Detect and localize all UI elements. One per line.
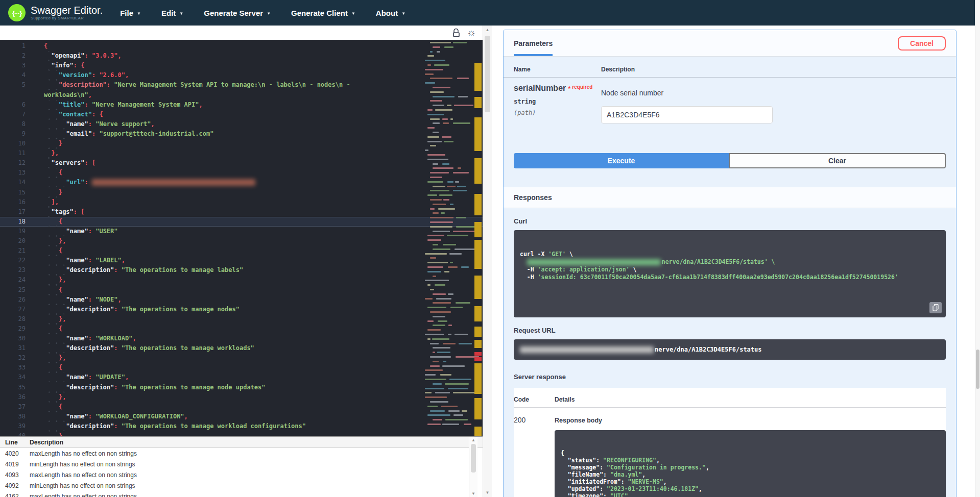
editor-line[interactable]: 1{ <box>0 41 483 51</box>
parameter-meta: serialNumber*required string (path) <box>514 84 601 123</box>
editor-line[interactable]: 17"tags": [ <box>0 207 483 217</box>
editor-line[interactable]: 6"title": "Nerve Management System API", <box>0 100 483 110</box>
editor-line[interactable]: 26"name": "NODE", <box>0 295 483 305</box>
editor-line[interactable]: 12"servers": [ <box>0 158 483 168</box>
swagger-editor-app: {···} Swagger Editor. Supported by SMART… <box>0 0 980 497</box>
editor-line[interactable]: 9"email": "support@tttech-industrial.com… <box>0 129 483 139</box>
editor-line[interactable]: 20}, <box>0 236 483 246</box>
page-scrollbar[interactable] <box>975 0 980 497</box>
editor-minimap[interactable] <box>424 42 472 433</box>
error-marker[interactable] <box>474 352 482 356</box>
editor-line[interactable]: 8"name": "Nerve support", <box>0 119 483 129</box>
menu-about[interactable]: About▼ <box>376 9 405 17</box>
console-row[interactable]: 4020maxLength has no effect on non strin… <box>0 448 483 459</box>
execute-row: Execute Clear <box>504 137 956 187</box>
editor-line[interactable]: 2"openapi": "3.0.3", <box>0 51 483 61</box>
editor-line[interactable]: 11}, <box>0 148 483 158</box>
warning-marker[interactable] <box>474 398 482 419</box>
execute-button[interactable]: Execute <box>514 153 729 168</box>
warning-marker[interactable] <box>474 276 482 299</box>
warning-marker[interactable] <box>474 340 482 348</box>
editor-line[interactable]: 29{ <box>0 324 483 334</box>
console-row[interactable]: 4019minLength has no effect on non strin… <box>0 459 483 469</box>
editor-line[interactable]: 10} <box>0 139 483 148</box>
serial-number-input[interactable] <box>601 106 773 123</box>
editor-line[interactable]: 3"info": { <box>0 61 483 70</box>
editor-scrollbar[interactable]: ▲ ▼ <box>483 26 492 497</box>
editor-line[interactable]: 34"name": "UPDATE", <box>0 372 483 382</box>
unlock-icon[interactable] <box>451 28 462 38</box>
request-url-label: Request URL <box>514 327 946 334</box>
console-row[interactable]: 4093maxLength has no effect on non strin… <box>0 469 483 480</box>
editor-line[interactable]: 27"description": "The operations to mana… <box>0 305 483 314</box>
menu-generate-server[interactable]: Generate Server▼ <box>204 9 271 17</box>
warning-marker[interactable] <box>474 327 482 337</box>
editor-line[interactable]: 25{ <box>0 285 483 295</box>
warning-marker-bar[interactable] <box>474 40 482 436</box>
scroll-down-icon[interactable]: ▼ <box>483 490 492 495</box>
editor-line[interactable]: 31"description": "The operations to mana… <box>0 343 483 353</box>
console-scrollbar[interactable]: ▲ ▼ <box>469 437 477 497</box>
editor-line[interactable]: 40} <box>0 431 483 436</box>
editor-line[interactable]: 24}, <box>0 275 483 285</box>
editor-line[interactable]: 4"version": "2.6.0", <box>0 70 483 80</box>
editor-line[interactable]: 19"name": "USER" <box>0 227 483 236</box>
console-header: Line Description <box>0 437 483 448</box>
brightness-icon[interactable]: ☼ <box>466 28 476 38</box>
editor-line[interactable]: 35"description": "The operations to mana… <box>0 383 483 392</box>
menu-file[interactable]: File▼ <box>120 9 141 17</box>
editor-line[interactable]: 7"contact": { <box>0 110 483 119</box>
scroll-up-icon[interactable]: ▲ <box>469 438 477 442</box>
page-scroll-thumb[interactable] <box>976 350 979 389</box>
warning-marker[interactable] <box>474 240 482 269</box>
parameters-table-header: Name Description <box>504 57 956 78</box>
scroll-down-icon[interactable]: ▼ <box>469 491 477 496</box>
warning-marker[interactable] <box>474 222 482 237</box>
editor-line[interactable]: 33{ <box>0 363 483 372</box>
warning-marker[interactable] <box>474 427 482 436</box>
menu-generate-client[interactable]: Generate Client▼ <box>291 9 355 17</box>
editor-line[interactable]: 30"name": "WORKLOAD", <box>0 334 483 343</box>
editor-line[interactable]: 5"description": "Nerve Management System… <box>0 80 483 90</box>
swagger-ui-pane: Parameters Cancel Name Description seria… <box>492 26 975 497</box>
editor-line[interactable]: 13{ <box>0 168 483 178</box>
editor-line[interactable]: 23"description": "The operations to mana… <box>0 265 483 275</box>
copy-icon[interactable] <box>929 302 942 313</box>
warning-marker[interactable] <box>474 117 482 151</box>
editor-line[interactable]: 38"name": "WORKLOAD_CONFIGURATION", <box>0 412 483 421</box>
warning-marker[interactable] <box>474 306 482 321</box>
warning-marker[interactable] <box>474 363 482 394</box>
editor-line[interactable]: 36}, <box>0 392 483 402</box>
editor-line[interactable]: 18{ <box>0 217 483 227</box>
editor-line[interactable]: 28}, <box>0 314 483 324</box>
scroll-up-icon[interactable]: ▲ <box>483 28 492 32</box>
editor-line[interactable]: workloads\n", <box>0 90 483 100</box>
clear-button[interactable]: Clear <box>729 153 946 168</box>
editor-line[interactable]: 21{ <box>0 246 483 256</box>
warning-marker[interactable] <box>474 63 482 91</box>
console-description-header: Description <box>30 439 63 446</box>
details-column-header: Details <box>555 396 575 403</box>
editor-line[interactable]: 16], <box>0 197 483 207</box>
error-marker[interactable] <box>474 357 482 361</box>
tab-parameters[interactable]: Parameters <box>514 30 553 56</box>
editor-line[interactable]: 37{ <box>0 402 483 412</box>
parameter-location: (path) <box>514 109 601 116</box>
editor-line[interactable]: 32}, <box>0 353 483 363</box>
editor-scroll-thumb[interactable] <box>485 36 490 112</box>
code-editor[interactable]: 1{2"openapi": "3.0.3",3"info": {4"versio… <box>0 40 483 436</box>
console-row[interactable]: 4162maxLength has no effect on non strin… <box>0 491 483 497</box>
warning-marker[interactable] <box>474 158 482 184</box>
description-column-header: Description <box>601 66 635 73</box>
menu-edit[interactable]: Edit▼ <box>161 9 183 17</box>
console-row[interactable]: 4092minLength has no effect on non strin… <box>0 480 483 491</box>
warning-marker[interactable] <box>474 194 482 215</box>
warning-marker[interactable] <box>474 97 482 108</box>
editor-line[interactable]: 15} <box>0 188 483 197</box>
editor-line[interactable]: 14"url": <box>0 178 483 187</box>
console-scroll-thumb[interactable] <box>471 444 476 473</box>
editor-line[interactable]: 39"description": "The operations to mana… <box>0 421 483 431</box>
cancel-button[interactable]: Cancel <box>898 36 946 51</box>
code-column-header: Code <box>514 396 555 403</box>
editor-line[interactable]: 22"name": "LABEL", <box>0 256 483 265</box>
